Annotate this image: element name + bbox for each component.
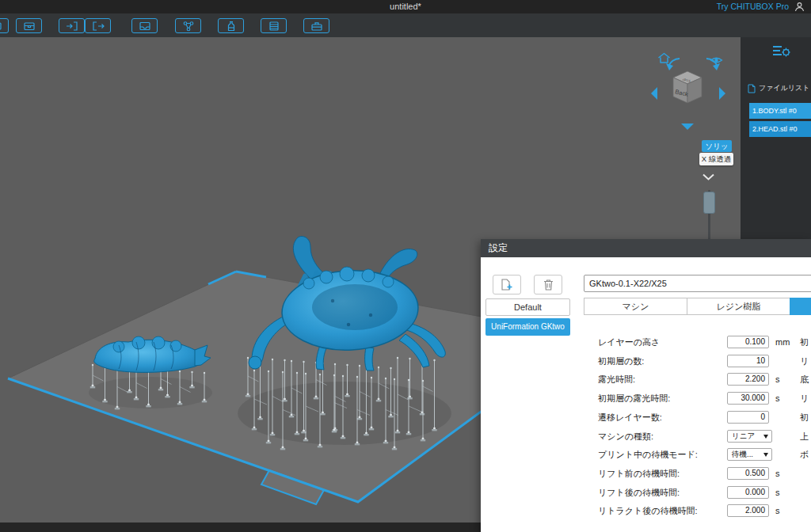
file-list-item[interactable]: 2.HEAD.stl #0 <box>749 121 811 137</box>
setting-input[interactable]: 2.000 <box>727 504 769 517</box>
setting-unit: s <box>775 465 780 483</box>
dropdown-caret-icon <box>763 435 768 439</box>
delete-profile-icon <box>543 279 554 291</box>
setting-unit: s <box>775 502 780 520</box>
clipped-setting-label: ボ <box>800 446 809 464</box>
setting-row: レイヤーの高さ 0.100 mm 初 <box>481 333 811 352</box>
setting-label: 露光時間: <box>598 370 635 389</box>
clipped-setting-label: 初 <box>800 408 809 427</box>
solid-mode-button[interactable]: ソリッド <box>702 140 732 152</box>
setting-label: プリント中の待機モード: <box>598 446 698 464</box>
slice-icon <box>267 21 281 32</box>
setting-unit: s <box>775 370 780 389</box>
clipped-icon <box>0 21 3 32</box>
setting-row: リフト前の待機時間: 0.500 s <box>481 465 811 483</box>
chevron-right-icon[interactable] <box>719 87 725 100</box>
setting-row: マシンの種類: リニア 上 <box>481 428 811 446</box>
export-icon <box>91 21 105 32</box>
setting-label: リトラクト後の待機時間: <box>598 502 698 520</box>
import-icon <box>65 21 79 32</box>
setting-row: リフト後の待機時間: 0.000 s <box>481 484 811 502</box>
settings-dialog: 設定 Default UniFormation GKtwo GKtwo-0.1-… <box>481 239 811 532</box>
app-window: Back Top ソリッド X 線透過 ファイルリスト 1.BODY.stl #… <box>0 0 811 532</box>
file-list-item[interactable]: 1.BODY.stl #0 <box>749 103 811 119</box>
list-settings-icon[interactable] <box>772 44 791 59</box>
tab-machine[interactable]: マシン <box>584 298 687 315</box>
setting-row: プリント中の待機モード: 待機... ボ <box>481 446 811 464</box>
setting-label: 遷移レイヤー数: <box>598 408 662 427</box>
clipped-setting-label: 初 <box>800 333 809 352</box>
model-shadow <box>238 382 451 445</box>
setting-row: 遷移レイヤー数: 0 初 <box>481 408 811 427</box>
open-file-button[interactable] <box>16 18 42 33</box>
setting-input[interactable]: 0.500 <box>727 467 769 480</box>
chevron-down-icon[interactable] <box>702 173 715 180</box>
home-icon[interactable] <box>657 52 671 64</box>
setting-label: 初期層の数: <box>598 352 644 370</box>
toolbox-icon <box>310 21 324 32</box>
tab-print[interactable] <box>790 298 811 315</box>
setting-input[interactable]: 0.100 <box>727 336 769 348</box>
setting-label: リフト前の待機時間: <box>598 465 680 483</box>
setting-row: リトラクト後の待機時間: 2.000 s <box>481 502 811 520</box>
main-toolbar <box>0 13 811 37</box>
setting-unit: s <box>775 484 780 502</box>
xray-mode-button[interactable]: X 線透過 <box>699 153 733 165</box>
view-cube-body[interactable]: Back Top <box>673 71 702 103</box>
clipped-setting-label: 底 <box>800 370 809 389</box>
setting-input[interactable]: 30.000 <box>727 392 769 405</box>
support-button[interactable] <box>175 18 201 33</box>
profile-name-input[interactable]: GKtwo-0.1-X22/X25 <box>584 275 811 292</box>
clipped-setting-label: リ <box>800 390 809 408</box>
setting-row: 初期層の露光時間: 30.000 s リ <box>481 390 811 408</box>
setting-dropdown[interactable]: 待機... <box>727 448 772 461</box>
export-button[interactable] <box>85 18 111 33</box>
setting-row: 露光時間: 2.200 s 底 <box>481 370 811 389</box>
setting-label: リフト後の待機時間: <box>598 484 680 502</box>
resin-bottle-icon <box>224 21 238 32</box>
tab-resin[interactable]: レジン樹脂 <box>687 298 790 315</box>
setting-input[interactable]: 10 <box>727 355 769 367</box>
clipped-setting-label: リ <box>800 352 809 370</box>
chitubox-pro-link[interactable]: Try CHITUBOX Pro <box>717 0 789 13</box>
account-icon[interactable] <box>794 2 805 12</box>
resin-button[interactable] <box>218 18 244 33</box>
setting-unit: mm <box>775 333 790 352</box>
settings-dialog-title: 設定 <box>481 239 811 257</box>
file-list-header: ファイルリスト <box>748 83 809 93</box>
file-list-panel: ファイルリスト 1.BODY.stl #0 2.HEAD.stl #0 <box>741 37 811 239</box>
window-title: untitled* <box>0 0 811 13</box>
tray-icon <box>138 21 152 32</box>
document-icon <box>748 84 756 93</box>
chevron-down-icon[interactable] <box>681 124 694 130</box>
setting-input[interactable]: 2.200 <box>727 373 769 386</box>
add-profile-button[interactable] <box>493 275 521 294</box>
print-button[interactable] <box>303 18 329 33</box>
slice-button[interactable] <box>261 18 287 33</box>
chevron-left-icon[interactable] <box>651 87 657 100</box>
delete-profile-button[interactable] <box>534 275 562 294</box>
chest-icon <box>22 21 36 32</box>
dropdown-caret-icon <box>763 453 768 457</box>
setting-row: 初期層の数: 10 リ <box>481 352 811 370</box>
setting-label: マシンの種類: <box>598 428 653 446</box>
model-shadow <box>89 377 212 408</box>
tray-button[interactable] <box>131 18 158 33</box>
file-list-title: ファイルリスト <box>759 83 809 93</box>
setting-label: 初期層の露光時間: <box>598 390 670 408</box>
import-button[interactable] <box>59 18 85 33</box>
default-profile-button[interactable]: Default <box>485 298 570 316</box>
clipped-toolbar-button[interactable] <box>0 18 9 33</box>
eye-icon[interactable] <box>710 55 723 65</box>
setting-input[interactable]: 0 <box>727 411 769 424</box>
add-profile-icon <box>501 279 513 291</box>
dropdown-value: リニア <box>732 431 755 440</box>
setting-input[interactable]: 0.000 <box>727 486 769 499</box>
clip-slider-handle[interactable] <box>703 192 715 214</box>
title-bar: untitled* Try CHITUBOX Pro <box>0 0 811 13</box>
support-structure-icon <box>181 21 196 32</box>
clipped-setting-label: 上 <box>800 428 809 446</box>
setting-label: レイヤーの高さ <box>598 333 660 352</box>
setting-unit: s <box>775 390 780 408</box>
setting-dropdown[interactable]: リニア <box>727 430 772 443</box>
